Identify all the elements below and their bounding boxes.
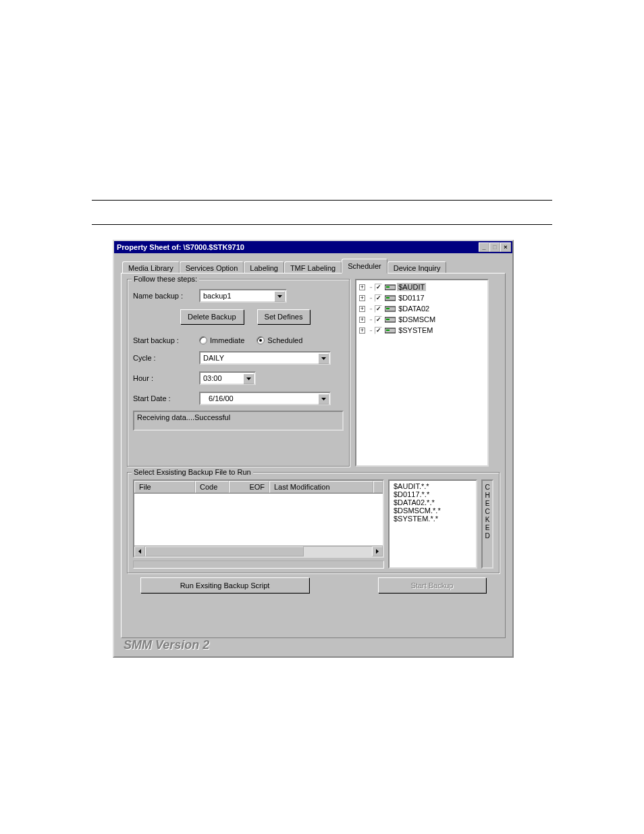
status-box: Receiving data....Successful [133,411,344,431]
name-backup-label: Name backup : [133,292,194,300]
checkbox-icon[interactable]: ✓ [375,284,382,291]
radio-immediate[interactable]: Immediate [199,336,244,344]
page-rule-bottom [92,224,552,225]
top-row: Follow these steps: Name backup : backup… [127,279,500,467]
drive-icon [385,294,396,301]
col-extra[interactable] [373,481,383,493]
start-date-label: Start Date : [133,394,194,402]
app-version-label: SMM Version 2 [121,638,506,652]
tree-label: $SYSTEM [397,326,434,334]
tree-label: $DATA02 [397,305,431,313]
expand-icon[interactable]: + [359,284,365,290]
scroll-left-icon[interactable] [134,546,145,556]
window-controls: _ □ × [479,242,511,252]
tree-label: $DSMSCM [397,315,437,323]
list-item[interactable]: $D0117.*.* [394,490,472,498]
expand-icon[interactable]: + [359,306,365,312]
page-rule-top [92,200,552,201]
list-item[interactable]: $DSMSCM.*.* [394,506,472,515]
cycle-label: Cycle : [133,354,194,362]
svg-marker-1 [321,357,326,360]
svg-marker-14 [138,549,141,554]
tree-label: $D0117 [397,294,426,302]
tree-item[interactable]: + ·· ✓ $DSMSCM [359,314,485,325]
svg-rect-7 [386,297,390,298]
col-file[interactable]: File [134,481,195,493]
expand-icon[interactable]: + [359,317,365,323]
files-area: File Code EOF Last Modification [133,479,493,569]
backup-file-listview[interactable]: File Code EOF Last Modification [133,479,384,558]
cycle-value: DAILY [203,354,224,362]
radio-immediate-label: Immediate [210,336,244,344]
svg-marker-3 [321,398,326,400]
run-existing-button[interactable]: Run Exsiting Backup Script [140,577,309,593]
col-eof[interactable]: EOF [229,481,269,493]
chevron-down-icon[interactable] [318,353,329,364]
radio-scheduled[interactable]: Scheduled [257,336,302,344]
follow-steps-group: Follow these steps: Name backup : backup… [127,279,350,467]
progress-bar [133,561,384,569]
expand-icon[interactable]: + [359,328,365,334]
name-backup-value: backup1 [203,292,232,300]
scroll-thumb[interactable] [145,546,304,556]
titlebar[interactable]: Property Sheet of: \S7000.$STK9710 _ □ × [114,241,512,253]
drive-icon [385,316,396,323]
tree-item[interactable]: + ·· ✓ $AUDIT [359,282,485,292]
chevron-down-icon[interactable] [318,394,329,405]
svg-rect-13 [386,330,390,331]
svg-rect-11 [386,319,390,320]
close-button[interactable]: × [500,242,511,252]
maximize-button[interactable]: □ [489,242,500,252]
list-item[interactable]: $SYSTEM.*.* [394,515,472,523]
start-date-combo[interactable]: 6/16/00 [199,392,331,405]
property-sheet-window: Property Sheet of: \S7000.$STK9710 _ □ ×… [113,240,514,658]
drive-icon [385,305,396,312]
checkbox-icon[interactable]: ✓ [375,327,382,334]
col-lastmod[interactable]: Last Modification [269,481,373,493]
tabpage-scheduler: Follow these steps: Name backup : backup… [121,273,506,638]
checked-vertical-label: CHECKED [481,479,493,569]
horizontal-scrollbar[interactable] [134,546,383,556]
tab-scheduler[interactable]: Scheduler [342,259,387,273]
svg-rect-5 [386,286,390,288]
window-title: Property Sheet of: \S7000.$STK9710 [117,243,244,251]
delete-backup-button[interactable]: Delete Backup [180,309,244,324]
svg-marker-15 [376,549,379,554]
bottom-buttons: Run Exsiting Backup Script Start Backup [127,573,500,594]
scroll-right-icon[interactable] [372,546,383,556]
svg-marker-2 [246,377,251,380]
list-item[interactable]: $AUDIT.*.* [394,482,472,490]
tree-item[interactable]: + ·· ✓ $SYSTEM [359,325,485,336]
tree-item[interactable]: + ·· ✓ $D0117 [359,292,485,303]
set-defines-button[interactable]: Set Defines [257,309,311,324]
name-backup-combo[interactable]: backup1 [199,289,287,303]
listview-body[interactable] [134,494,383,546]
start-backup-button[interactable]: Start Backup [378,577,486,593]
start-backup-label: Start backup : [133,336,194,344]
list-item[interactable]: $DATA02.*.* [394,498,472,506]
tabstrip: Media Library Services Option Labeling T… [121,259,506,273]
follow-steps-legend: Follow these steps: [132,275,199,283]
svg-rect-9 [386,308,390,309]
hour-label: Hour : [133,374,194,382]
checkbox-icon[interactable]: ✓ [375,305,382,313]
cycle-combo[interactable]: DAILY [199,351,331,365]
volume-tree[interactable]: + ·· ✓ $AUDIT + ·· ✓ [355,279,489,467]
tree-item[interactable]: + ·· ✓ $DATA02 [359,303,485,314]
checkbox-icon[interactable]: ✓ [375,316,382,323]
chevron-down-icon[interactable] [243,373,254,384]
scroll-track[interactable] [145,546,372,556]
expand-icon[interactable]: + [359,295,365,301]
radio-scheduled-label: Scheduled [267,336,302,344]
hour-combo[interactable]: 03:00 [199,371,256,385]
drive-icon [385,327,396,334]
checked-items-list[interactable]: $AUDIT.*.* $D0117.*.* $DATA02.*.* $DSMSC… [388,479,477,569]
checkbox-icon[interactable]: ✓ [375,294,382,302]
start-date-value: 6/16/00 [209,394,234,402]
minimize-button[interactable]: _ [479,242,489,252]
status-text: Receiving data....Successful [137,413,230,421]
client-area: Media Library Services Option Labeling T… [114,253,512,656]
chevron-down-icon[interactable] [274,291,285,302]
hour-value: 03:00 [203,374,222,382]
col-code[interactable]: Code [195,481,229,493]
